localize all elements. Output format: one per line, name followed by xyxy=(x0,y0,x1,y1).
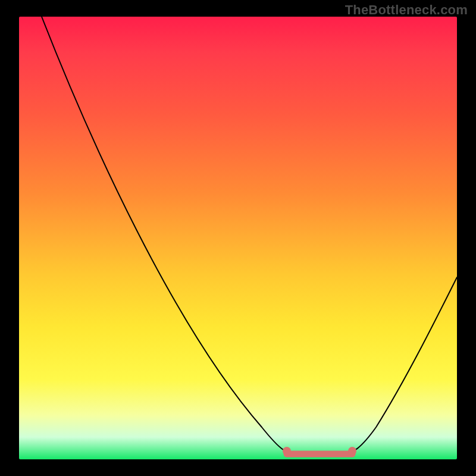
bottleneck-curve-svg xyxy=(19,17,457,459)
optimal-range-start-dot xyxy=(283,447,291,455)
watermark-text: TheBottleneck.com xyxy=(345,2,468,18)
plot-area xyxy=(19,17,457,459)
optimal-range-end-dot xyxy=(348,447,356,455)
chart-frame: TheBottleneck.com xyxy=(0,0,476,476)
bottleneck-curve-line xyxy=(42,17,457,454)
